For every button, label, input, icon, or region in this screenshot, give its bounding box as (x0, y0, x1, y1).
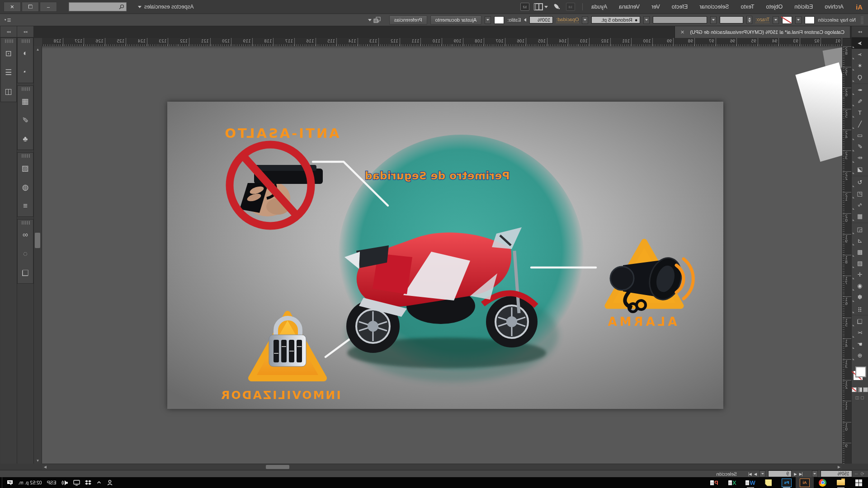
draw-normal-icon[interactable]: ▢ (861, 395, 865, 400)
taskbar-chrome-icon[interactable] (814, 477, 832, 488)
vertical-ruler[interactable]: 2 82 72 62 52 42 32 22 12 01 91 81 71 61… (842, 46, 851, 464)
width-profile-field[interactable] (653, 16, 707, 23)
eyedropper-tool[interactable]: ✛ (852, 269, 868, 280)
display-icon[interactable] (73, 480, 80, 486)
pathfinder-panel-icon[interactable]: ◫ (1, 82, 16, 101)
show-desktop-button[interactable] (0, 477, 2, 488)
symbols-panel-icon[interactable]: ♣ (18, 130, 33, 149)
perspective-grid-tool[interactable]: ⊿ (852, 235, 868, 246)
taskbar-powerpoint-icon[interactable]: P (705, 477, 723, 488)
symbol-sprayer-tool[interactable]: ✽ (852, 291, 868, 303)
cc-libraries-panel-icon[interactable]: ∞ (18, 225, 33, 244)
taskbar-word-icon[interactable]: W (741, 477, 760, 488)
transform-panel-icon[interactable]: ⊡ (1, 44, 16, 63)
artboards-panel-icon[interactable]: ❏ (18, 263, 33, 282)
stroke-dropdown[interactable] (773, 16, 779, 24)
fill-dropdown[interactable] (795, 16, 802, 24)
close-button[interactable]: ✕ (4, 2, 21, 12)
transparency-panel-icon[interactable]: ◍ (18, 178, 33, 197)
color-panel-icon[interactable]: ◑ (18, 44, 33, 63)
brush-dropdown[interactable] (582, 16, 588, 24)
document-badge-icon[interactable]: 12 (520, 3, 529, 11)
document-tab[interactable]: Catalogo Carstore Final.ai* al 150% (CMY… (675, 26, 850, 38)
language-indicator[interactable]: ESP (47, 480, 57, 485)
document-canvas[interactable]: Perimetro de Seguridad ANTI-ASALTO ALARM… (42, 46, 842, 464)
artboard-dropdown[interactable] (760, 470, 765, 477)
fill-swatch[interactable] (805, 16, 815, 24)
scroll-right-arrow[interactable]: ▶ (42, 464, 48, 470)
zoom-tool[interactable]: ⊕ (852, 350, 868, 361)
color-guide-panel-icon[interactable]: ◔ (18, 63, 33, 82)
mesh-tool[interactable]: ▩ (852, 246, 868, 258)
fill-stroke-control[interactable] (852, 365, 868, 385)
slice-tool[interactable]: ✂ (852, 327, 868, 338)
vertical-scroll-thumb[interactable] (35, 233, 40, 248)
shape-builder-tool[interactable]: ◱ (852, 223, 868, 235)
type-tool[interactable]: T (852, 107, 868, 118)
tools-panel-header[interactable]: ▸▸ (852, 26, 868, 38)
scroll-down-arrow[interactable]: ▼ (34, 457, 42, 464)
stroke-width-stepper[interactable] (746, 16, 752, 24)
speaker-icon[interactable] (61, 480, 68, 486)
preferences-button[interactable]: Preferencias (389, 15, 427, 25)
selection-tool[interactable]: ➤ (852, 38, 868, 49)
paintbrush-tool[interactable]: ✐ (852, 141, 868, 152)
stroke-width-field[interactable] (720, 16, 743, 23)
next-artboard-button[interactable]: ▶ (755, 472, 757, 476)
previous-artboard-button[interactable]: ◀ (794, 472, 797, 476)
panel-grip[interactable] (21, 39, 30, 43)
taskbar-photoshop-icon[interactable]: Ps (778, 477, 796, 488)
artboard[interactable]: Perimetro de Seguridad ANTI-ASALTO ALARM… (167, 102, 723, 409)
swatches-panel-icon[interactable]: ▦ (18, 92, 33, 111)
artboard-number-field[interactable]: 9 (768, 470, 792, 477)
taskbar-illustrator-icon[interactable]: Ai (796, 477, 814, 488)
stroke-panel-link[interactable]: Trazo: (755, 17, 769, 23)
blend-tool[interactable]: ◉ (852, 280, 868, 291)
scroll-left-arrow[interactable]: ◀ (836, 464, 842, 470)
align-panel-icon[interactable]: ☰ (1, 63, 16, 82)
scroll-up-arrow[interactable]: ▲ (34, 46, 42, 52)
brushes-panel-icon[interactable]: ✐ (18, 111, 33, 130)
eraser-tool[interactable]: ◪ (852, 164, 868, 175)
opacity-field[interactable]: 100% (529, 16, 553, 23)
zoom-level-field[interactable]: 150% (821, 470, 852, 477)
horizontal-ruler[interactable]: 9192939495969798991001011021031041051061… (42, 38, 842, 47)
fit-document-button[interactable]: Ajustar documento (430, 15, 482, 25)
close-tab-icon[interactable]: ✕ (680, 29, 684, 35)
style-dropdown[interactable] (485, 16, 491, 24)
taskbar-excel-icon[interactable]: X (723, 477, 741, 488)
canvas-rotation-icon[interactable]: ⟲ (861, 471, 864, 476)
dropbox-icon[interactable] (85, 480, 91, 486)
minimize-button[interactable]: – (40, 2, 57, 12)
screen-mode-icon[interactable]: ◫ (855, 395, 859, 400)
artboard-tool[interactable]: ❏ (852, 315, 868, 327)
opacity-panel-link[interactable]: Opacidad: (556, 17, 579, 23)
ruler-origin-corner[interactable] (842, 38, 851, 46)
lasso-tool[interactable]: Ϙ (852, 71, 868, 83)
fill-color-swatch[interactable] (855, 366, 866, 377)
zoom-dropdown[interactable] (812, 470, 818, 477)
direct-selection-tool[interactable]: ➣ (852, 49, 868, 60)
menu-edicion[interactable]: Edición (788, 0, 819, 14)
free-transform-tool[interactable]: ▦ (852, 211, 868, 222)
style-swatch[interactable] (494, 16, 504, 24)
width-tool[interactable]: ∿ (852, 199, 868, 211)
bridge-badge-icon[interactable]: 18 (566, 3, 575, 11)
menu-ayuda[interactable]: Ayuda (585, 0, 613, 14)
panel-grip[interactable] (21, 154, 30, 158)
vertical-scrollbar[interactable]: ▲ ▼ (34, 46, 42, 464)
scale-tool[interactable]: ◰ (852, 188, 868, 199)
menu-seleccionar[interactable]: Seleccionar (693, 0, 735, 14)
menu-ver[interactable]: Ver (646, 0, 666, 14)
stroke-width-dropdown[interactable] (710, 16, 717, 24)
panel-grip[interactable] (4, 39, 13, 43)
line-segment-tool[interactable]: ╲ (852, 118, 868, 130)
appearance-panel-icon[interactable]: ◌ (18, 244, 33, 263)
people-icon[interactable] (107, 479, 113, 486)
width-profile-dropdown[interactable] (643, 16, 650, 24)
opacity-disclosure-icon[interactable] (524, 18, 526, 22)
chevron-up-icon[interactable] (96, 480, 102, 485)
dock-expand-chevron-icon[interactable]: ▸▸ (17, 26, 33, 38)
magic-wand-tool[interactable]: ✶ (852, 60, 868, 71)
pen-tool[interactable]: ✒ (852, 84, 868, 96)
